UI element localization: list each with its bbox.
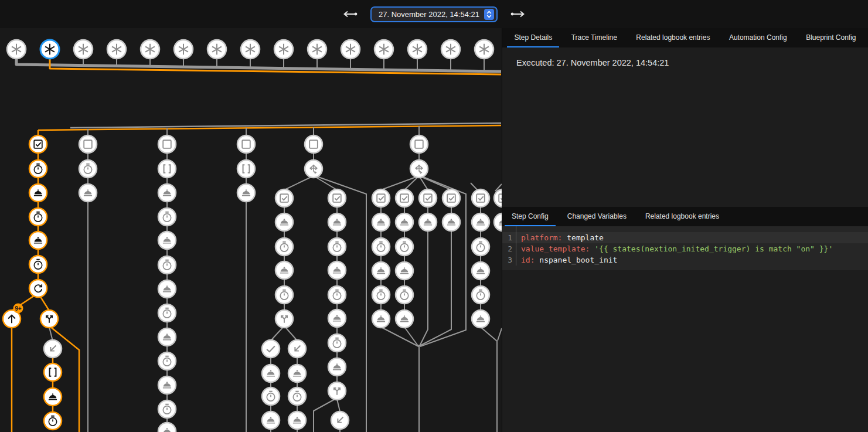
graph-node-bell-dome[interactable]: [288, 411, 306, 429]
step-config-code-editor[interactable]: 1platform: template2value_template: '{{ …: [502, 226, 868, 270]
graph-node-bell-dome[interactable]: [79, 184, 97, 202]
graph-node-stopwatch[interactable]: [158, 208, 176, 226]
tab-related-logbook-entries[interactable]: Related logbook entries: [638, 207, 726, 226]
graph-node-arrow-bottom-left[interactable]: [44, 340, 62, 358]
graph-node-bell-dome[interactable]: [396, 213, 413, 231]
graph-node-checkbox-blank[interactable]: [158, 135, 176, 153]
graph-node-bell-dome[interactable]: [372, 310, 390, 328]
graph-node-bell-dome[interactable]: [328, 213, 346, 231]
graph-node-repeat[interactable]: [29, 280, 47, 297]
trace-graph-pane[interactable]: 9+: [0, 28, 502, 432]
graph-node-arrow-bottom-left[interactable]: [331, 411, 349, 429]
graph-node-stopwatch[interactable]: [158, 352, 176, 370]
graph-node-brackets[interactable]: [44, 363, 62, 381]
graph-node-bell-dome[interactable]: [372, 213, 390, 231]
graph-node-brackets[interactable]: [158, 160, 176, 178]
graph-node-bell-dome[interactable]: [494, 213, 502, 231]
graph-node-bell-dome[interactable]: [158, 423, 176, 432]
graph-node-stopwatch[interactable]: [472, 286, 489, 304]
graph-node-stopwatch[interactable]: [328, 334, 346, 352]
graph-node-stopwatch[interactable]: [396, 238, 413, 256]
graph-node-stopwatch[interactable]: [372, 286, 390, 304]
graph-node-checkbox-marked[interactable]: [275, 189, 293, 207]
graph-node-stopwatch[interactable]: [275, 286, 293, 304]
graph-node-checkbox-marked[interactable]: [419, 189, 437, 207]
tab-step-details[interactable]: Step Details: [507, 28, 559, 47]
graph-node-checkbox-marked[interactable]: [494, 189, 502, 207]
graph-node-checkbox-marked[interactable]: [472, 189, 489, 207]
graph-node-bell-dome[interactable]: [158, 328, 176, 346]
graph-node-arrow-decision[interactable]: [305, 160, 322, 178]
graph-node-checkbox-blank[interactable]: [79, 135, 97, 153]
graph-node-bell-dome[interactable]: [275, 213, 293, 231]
graph-node-asterisk[interactable]: [375, 40, 393, 59]
graph-node-asterisk[interactable]: [408, 40, 427, 59]
graph-node-checkbox-blank[interactable]: [410, 135, 428, 153]
tab-blueprint-config[interactable]: Blueprint Config: [799, 28, 863, 47]
tab-changed-variables[interactable]: Changed Variables: [560, 207, 634, 226]
next-trace-button[interactable]: [507, 8, 529, 21]
graph-node-stopwatch[interactable]: [328, 238, 346, 256]
previous-trace-button[interactable]: [339, 8, 361, 21]
graph-node-arrow-decision[interactable]: [410, 160, 428, 178]
graph-node-arrow-bottom-left[interactable]: [288, 340, 306, 358]
graph-node-call-split[interactable]: [275, 310, 293, 328]
graph-node-call-split[interactable]: [328, 382, 346, 400]
graph-node-stopwatch[interactable]: [288, 387, 306, 405]
tab-automation-config[interactable]: Automation Config: [722, 28, 794, 47]
graph-node-asterisk[interactable]: [174, 40, 193, 59]
graph-node-checkbox-blank[interactable]: [237, 135, 255, 153]
graph-node-stopwatch[interactable]: [262, 387, 280, 405]
graph-node-stopwatch[interactable]: [29, 208, 47, 226]
graph-node-bell-dome[interactable]: [29, 184, 47, 202]
graph-node-bell-dome[interactable]: [158, 232, 176, 249]
graph-node-bell-dome[interactable]: [29, 232, 47, 249]
graph-node-call-split[interactable]: [40, 310, 58, 328]
graph-node-bell-dome[interactable]: [472, 213, 489, 231]
tab-related-logbook-entries[interactable]: Related logbook entries: [629, 28, 717, 47]
graph-node-bell-dome[interactable]: [328, 358, 346, 376]
graph-node-asterisk[interactable]: [40, 40, 59, 59]
graph-node-bell-dome[interactable]: [158, 280, 176, 298]
graph-node-asterisk[interactable]: [274, 40, 293, 59]
graph-node-asterisk[interactable]: [141, 40, 159, 59]
graph-node-stopwatch[interactable]: [158, 400, 176, 418]
graph-node-bell-dome[interactable]: [158, 184, 176, 202]
graph-node-bell-dome[interactable]: [442, 213, 460, 231]
graph-node-stopwatch[interactable]: [328, 286, 346, 304]
graph-node-asterisk[interactable]: [207, 40, 226, 59]
graph-node-stopwatch[interactable]: [158, 256, 176, 274]
graph-node-stopwatch[interactable]: [158, 304, 176, 322]
graph-node-asterisk[interactable]: [241, 40, 260, 59]
graph-node-checkbox-marked[interactable]: [29, 135, 47, 153]
graph-node-bell-dome[interactable]: [472, 262, 489, 280]
graph-node-bell-dome[interactable]: [396, 262, 413, 280]
graph-node-checkbox-marked[interactable]: [396, 189, 413, 207]
graph-node-bell-dome[interactable]: [262, 411, 280, 429]
tab-trace-timeline[interactable]: Trace Timeline: [564, 28, 624, 47]
graph-node-bell-dome[interactable]: [158, 376, 176, 394]
graph-node-check[interactable]: [262, 340, 280, 358]
graph-node-checkbox-blank[interactable]: [305, 135, 322, 153]
graph-node-bell-dome[interactable]: [275, 261, 293, 279]
graph-node-stopwatch[interactable]: [79, 160, 97, 178]
trace-date-select[interactable]: 27. November 2022, 14:54:21: [370, 6, 498, 22]
graph-node-bell-dome[interactable]: [262, 365, 280, 382]
graph-node-bell-dome[interactable]: [372, 262, 390, 280]
graph-node-bell-dome[interactable]: [396, 310, 413, 328]
graph-node-asterisk[interactable]: [308, 40, 326, 59]
graph-node-stopwatch[interactable]: [472, 238, 489, 256]
graph-node-checkbox-marked[interactable]: [442, 189, 460, 207]
graph-node-asterisk[interactable]: [341, 40, 360, 59]
graph-node-bell-dome[interactable]: [44, 388, 62, 406]
graph-node-stopwatch[interactable]: [396, 286, 413, 304]
graph-node-stopwatch[interactable]: [44, 412, 62, 430]
graph-node-asterisk[interactable]: [475, 40, 493, 59]
tab-step-config[interactable]: Step Config: [505, 207, 556, 226]
graph-node-bell-dome[interactable]: [237, 184, 255, 202]
graph-node-asterisk[interactable]: [7, 40, 26, 59]
graph-node-stopwatch[interactable]: [275, 238, 293, 256]
graph-node-stopwatch[interactable]: [29, 160, 47, 178]
graph-node-bell-dome[interactable]: [328, 261, 346, 279]
graph-node-asterisk[interactable]: [441, 40, 460, 59]
